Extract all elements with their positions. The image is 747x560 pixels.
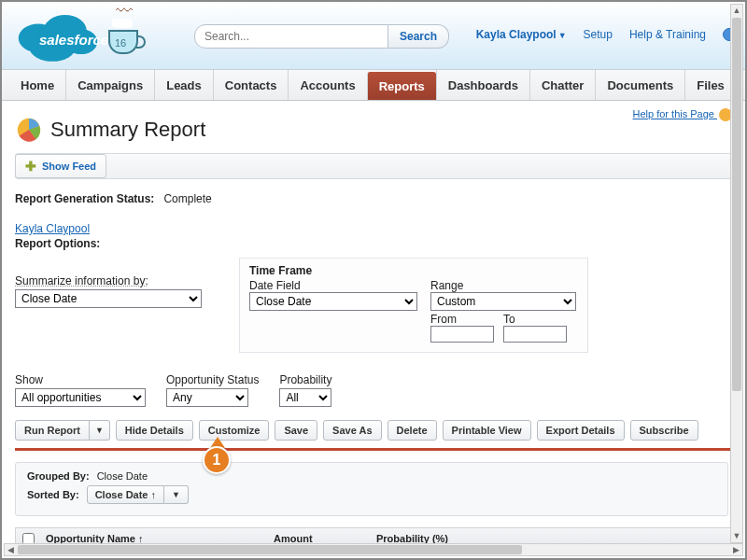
tab-leads[interactable]: Leads: [154, 70, 213, 100]
horizontal-scrollbar[interactable]: ◀▶: [4, 543, 743, 556]
tab-reports[interactable]: Reports: [367, 72, 436, 100]
subscribe-button[interactable]: Subscribe: [630, 420, 698, 441]
help-training-link[interactable]: Help & Training: [629, 28, 706, 41]
tab-documents[interactable]: Documents: [595, 70, 684, 100]
show-label: Show: [15, 373, 146, 386]
range-select[interactable]: Custom: [430, 292, 576, 311]
step-callout-1: 1: [203, 437, 233, 476]
user-name: Kayla Claypool: [476, 28, 557, 41]
primary-tabs: Home Campaigns Leads Contacts Accounts R…: [2, 69, 745, 101]
grouped-by-value: Close Date: [97, 470, 148, 482]
step-callout-number: 1: [203, 446, 231, 474]
time-frame-panel: Time Frame Date Field Close Date Range C…: [239, 258, 588, 353]
grouping-panel: Grouped By: Close Date Sorted By: Close …: [15, 462, 728, 516]
date-field-label: Date Field: [249, 279, 417, 292]
sorted-by-label: Sorted By:: [27, 489, 79, 500]
probability-select[interactable]: All: [279, 388, 331, 407]
show-feed-button[interactable]: ✚Show Feed: [15, 154, 106, 178]
printable-view-button[interactable]: Printable View: [443, 420, 531, 441]
action-button-row: Run Report ▼ Hide Details Customize Save…: [15, 420, 732, 441]
global-search-button[interactable]: Search: [388, 24, 449, 49]
tab-contacts[interactable]: Contacts: [213, 70, 289, 100]
run-report-button[interactable]: Run Report: [15, 420, 90, 441]
opp-status-label: Opportunity Status: [166, 373, 259, 386]
status-label: Report Generation Status:: [15, 192, 154, 205]
report-pie-icon: [15, 116, 43, 144]
tab-accounts[interactable]: Accounts: [288, 70, 366, 100]
probability-label: Probability: [279, 373, 331, 386]
show-feed-label: Show Feed: [42, 161, 96, 172]
plus-icon: ✚: [25, 159, 36, 174]
sorted-by-button[interactable]: Close Date ↑: [87, 485, 164, 504]
tab-campaigns[interactable]: Campaigns: [65, 70, 154, 100]
report-options-label: Report Options:: [15, 237, 732, 250]
hide-details-button[interactable]: Hide Details: [116, 420, 193, 441]
time-frame-title: Time Frame: [249, 264, 576, 277]
mug-number: 16: [115, 37, 126, 49]
chevron-down-icon: ▼: [558, 31, 567, 40]
from-label: From: [430, 313, 494, 326]
status-value: Complete: [163, 192, 211, 205]
run-report-menu[interactable]: ▼: [90, 420, 110, 441]
help-for-page-label: Help for this Page: [633, 108, 714, 119]
vertical-scrollbar[interactable]: ▲▼: [730, 4, 743, 543]
export-details-button[interactable]: Export Details: [537, 420, 625, 441]
section-divider: [15, 448, 732, 451]
opp-status-select[interactable]: Any: [166, 388, 248, 407]
logo-text: salesforce: [39, 32, 108, 48]
save-button[interactable]: Save: [275, 420, 317, 441]
setup-link[interactable]: Setup: [584, 28, 613, 41]
save-as-button[interactable]: Save As: [323, 420, 381, 441]
tab-files[interactable]: Files: [684, 70, 736, 100]
summarize-by-select[interactable]: Close Date: [15, 289, 202, 308]
grouped-by-label: Grouped By:: [27, 470, 90, 482]
feed-bar: ✚Show Feed: [15, 153, 732, 179]
from-date-input[interactable]: [430, 326, 494, 343]
seasonal-mug-icon: 〰 16: [106, 4, 144, 60]
help-for-page-link[interactable]: Help for this Page: [633, 108, 733, 121]
global-search-input[interactable]: [194, 24, 388, 49]
tab-dashboards[interactable]: Dashboards: [436, 70, 529, 100]
to-label: To: [503, 313, 567, 326]
global-header: salesforce 〰 16 Search Kayla Claypool▼ S…: [2, 2, 745, 69]
tab-home[interactable]: Home: [9, 70, 65, 100]
user-menu[interactable]: Kayla Claypool▼: [476, 28, 567, 41]
salesforce-logo: salesforce: [13, 6, 103, 63]
tab-chatter[interactable]: Chatter: [529, 70, 596, 100]
date-field-select[interactable]: Close Date: [249, 292, 417, 311]
report-owner-link[interactable]: Kayla Claypool: [15, 222, 90, 235]
range-label: Range: [430, 279, 576, 292]
summarize-by-label: Summarize information by:: [15, 274, 202, 287]
sorted-by-menu[interactable]: ▼: [164, 485, 189, 504]
delete-button[interactable]: Delete: [388, 420, 437, 441]
to-date-input[interactable]: [503, 326, 567, 343]
page-title: Summary Report: [50, 118, 205, 142]
show-select[interactable]: All opportunities: [15, 388, 146, 407]
